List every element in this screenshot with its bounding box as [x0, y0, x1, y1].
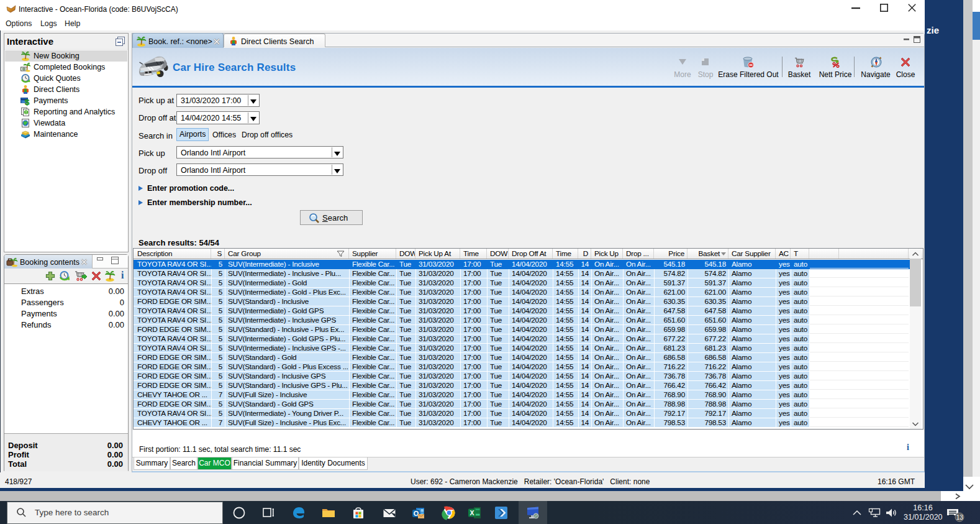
- svg-text:X: X: [470, 509, 474, 517]
- svg-text:$: $: [25, 98, 30, 106]
- svg-text:13: 13: [956, 514, 964, 521]
